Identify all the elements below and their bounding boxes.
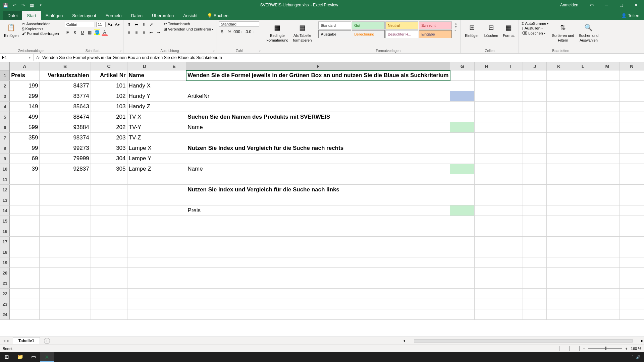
style-eingabe[interactable]: Eingabe	[419, 30, 452, 38]
cell-J14[interactable]	[523, 205, 546, 216]
cell-C18[interactable]	[91, 247, 127, 257]
zoom-slider[interactable]	[588, 348, 622, 349]
cell-H18[interactable]	[475, 247, 499, 257]
cell-K5[interactable]	[547, 112, 571, 122]
cell-B5[interactable]: 88474	[40, 112, 91, 122]
cell-L24[interactable]	[571, 309, 595, 320]
col-header-H[interactable]: H	[475, 62, 499, 70]
cell-F3[interactable]: ArtikelNr	[186, 91, 450, 102]
cell-D9[interactable]: Lampe Y	[127, 154, 162, 164]
cell-J15[interactable]	[523, 216, 546, 226]
cell-N7[interactable]	[620, 133, 644, 143]
cell-B1[interactable]: Verkaufszahlen	[40, 70, 91, 81]
cell-A15[interactable]	[10, 216, 40, 226]
tab-ansicht[interactable]: Ansicht	[178, 11, 202, 20]
cell-D18[interactable]	[127, 247, 162, 257]
cell-A20[interactable]	[10, 268, 40, 278]
cell-J12[interactable]	[523, 185, 546, 195]
cell-L22[interactable]	[571, 289, 595, 299]
cell-L23[interactable]	[571, 299, 595, 309]
cell-A11[interactable]	[10, 174, 40, 185]
cell-C8[interactable]: 303	[91, 143, 127, 154]
col-header-I[interactable]: I	[499, 62, 523, 70]
cell-M6[interactable]	[595, 122, 620, 133]
dialog-launcher-icon[interactable]: ⌐	[59, 49, 60, 52]
cell-C10[interactable]: 305	[91, 164, 127, 174]
cell-F12[interactable]: Nutzen Sie index und Vergleich für die S…	[186, 185, 450, 195]
cell-A21[interactable]	[10, 278, 40, 289]
cell-E24[interactable]	[162, 309, 186, 320]
cell-K7[interactable]	[547, 133, 571, 143]
taskbar-excel[interactable]: X	[40, 352, 54, 362]
cell-G13[interactable]	[450, 195, 475, 205]
fill-button[interactable]: ↓Ausfüllen▾	[522, 26, 548, 30]
cell-C20[interactable]	[91, 268, 127, 278]
align-left-icon[interactable]: ≡	[126, 29, 132, 36]
delete-cells-button[interactable]: ⊟Löschen	[483, 21, 500, 38]
cell-B6[interactable]: 93884	[40, 122, 91, 133]
cell-N13[interactable]	[620, 195, 644, 205]
cell-F10[interactable]: Name	[186, 164, 450, 174]
cell-F6[interactable]: Name	[186, 122, 450, 133]
row-header-19[interactable]: 19	[0, 257, 10, 268]
cell-K11[interactable]	[547, 174, 571, 185]
tab-ueberpruefen[interactable]: Überprüfen	[147, 11, 178, 20]
cell-E9[interactable]	[162, 154, 186, 164]
cell-G19[interactable]	[450, 257, 475, 268]
tray-chevron-icon[interactable]: ˄	[632, 355, 634, 359]
style-schlecht[interactable]: Schlecht	[419, 21, 452, 29]
taskbar-explorer[interactable]: 📁	[13, 352, 27, 362]
cell-J22[interactable]	[523, 289, 546, 299]
cell-E6[interactable]	[162, 122, 186, 133]
cell-N14[interactable]	[620, 205, 644, 216]
border-button[interactable]: ▦	[87, 29, 93, 36]
style-standard[interactable]: Standard	[318, 21, 351, 29]
cell-I18[interactable]	[499, 247, 523, 257]
cell-A22[interactable]	[10, 289, 40, 299]
col-header-C[interactable]: C	[91, 62, 127, 70]
cell-A8[interactable]: 99	[10, 143, 40, 154]
cell-H11[interactable]	[475, 174, 499, 185]
cell-L20[interactable]	[571, 268, 595, 278]
cell-J23[interactable]	[523, 299, 546, 309]
cell-N19[interactable]	[620, 257, 644, 268]
cell-G21[interactable]	[450, 278, 475, 289]
cell-L19[interactable]	[571, 257, 595, 268]
cell-J6[interactable]	[523, 122, 546, 133]
tab-daten[interactable]: Daten	[126, 11, 147, 20]
cell-H21[interactable]	[475, 278, 499, 289]
cell-I2[interactable]	[499, 81, 523, 91]
cell-J5[interactable]	[523, 112, 546, 122]
cell-A16[interactable]	[10, 226, 40, 237]
cell-B10[interactable]: 92837	[40, 164, 91, 174]
tab-seitenlayout[interactable]: Seitenlayout	[67, 11, 101, 20]
cell-H10[interactable]	[475, 164, 499, 174]
dialog-launcher-icon[interactable]: ⌐	[120, 49, 122, 52]
cell-M24[interactable]	[595, 309, 620, 320]
cell-B20[interactable]	[40, 268, 91, 278]
col-header-D[interactable]: D	[127, 62, 162, 70]
row-header-24[interactable]: 24	[0, 309, 10, 320]
cell-I23[interactable]	[499, 299, 523, 309]
col-header-A[interactable]: A	[10, 62, 40, 70]
cell-I16[interactable]	[499, 226, 523, 237]
row-header-15[interactable]: 15	[0, 216, 10, 226]
cell-M4[interactable]	[595, 102, 620, 112]
cell-H20[interactable]	[475, 268, 499, 278]
cell-D14[interactable]	[127, 205, 162, 216]
cell-K20[interactable]	[547, 268, 571, 278]
col-header-G[interactable]: G	[450, 62, 475, 70]
cell-D17[interactable]	[127, 237, 162, 247]
view-page-break-button[interactable]	[573, 346, 580, 351]
cell-N17[interactable]	[620, 237, 644, 247]
orientation-icon[interactable]: ⤢	[148, 21, 154, 27]
cell-G18[interactable]	[450, 247, 475, 257]
cell-D12[interactable]	[127, 185, 162, 195]
cell-B22[interactable]	[40, 289, 91, 299]
cell-H12[interactable]	[475, 185, 499, 195]
cell-I5[interactable]	[499, 112, 523, 122]
cell-N3[interactable]	[620, 91, 644, 102]
col-header-L[interactable]: L	[571, 62, 595, 70]
thousands-icon[interactable]: 000	[234, 29, 240, 35]
cell-E13[interactable]	[162, 195, 186, 205]
